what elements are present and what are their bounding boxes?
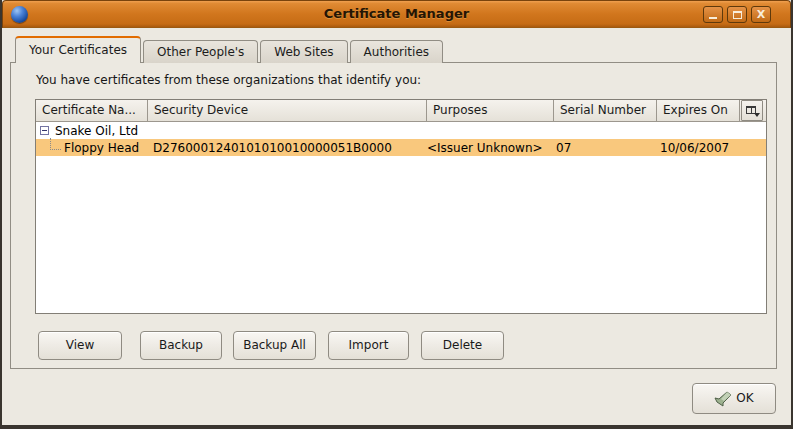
window-title: Certificate Manager (3, 6, 790, 21)
cell-purposes: <Issuer Unknown> (427, 141, 554, 155)
cell-expires-on: 10/06/2007 (657, 141, 740, 155)
collapse-expander-icon[interactable] (40, 126, 49, 135)
column-header-expires-on[interactable]: Expires On (657, 100, 740, 122)
close-button[interactable]: X (751, 6, 771, 23)
cell-certificate-name: Floppy Head (36, 138, 148, 157)
intro-text: You have certificates from these organiz… (36, 73, 421, 87)
titlebar[interactable]: Certificate Manager X (2, 0, 791, 28)
minimize-button[interactable] (703, 6, 723, 23)
ok-button-label: OK (736, 384, 753, 413)
tab-bar: Your Certificates Other People's Web Sit… (15, 36, 445, 63)
backup-button[interactable]: Backup (140, 331, 222, 360)
ok-check-arrow-icon (714, 391, 732, 407)
column-header-serial-number[interactable]: Serial Number (554, 100, 657, 122)
import-button[interactable]: Import (328, 331, 409, 360)
tree-branch-icon (50, 138, 61, 150)
cell-security-device: D2760001240101010010000051B0000 (148, 141, 427, 155)
group-label: Snake Oil, Ltd (55, 124, 138, 138)
column-picker-button[interactable] (741, 100, 763, 121)
certificates-table[interactable]: Certificate Na... Security Device Purpos… (35, 99, 767, 314)
chevron-down-icon (754, 113, 760, 117)
ok-button[interactable]: OK (692, 383, 776, 414)
delete-button[interactable]: Delete (421, 331, 504, 360)
table-header: Certificate Na... Security Device Purpos… (36, 100, 766, 122)
backup-all-button[interactable]: Backup All (233, 331, 316, 360)
tab-your-certificates[interactable]: Your Certificates (15, 36, 141, 63)
table-row-floppy-head-selected[interactable]: Floppy Head D2760001240101010010000051B0… (36, 139, 766, 156)
table-row-group-snake-oil[interactable]: Snake Oil, Ltd (36, 122, 766, 139)
column-header-security-device[interactable]: Security Device (148, 100, 427, 122)
your-certificates-panel: You have certificates from these organiz… (10, 62, 777, 369)
close-icon: X (752, 8, 770, 21)
certificate-manager-window: Certificate Manager X Your Certificates … (0, 0, 793, 429)
tab-web-sites[interactable]: Web Sites (260, 40, 347, 63)
view-button[interactable]: View (38, 331, 122, 360)
tab-authorities[interactable]: Authorities (350, 40, 443, 63)
maximize-button[interactable] (727, 6, 747, 23)
cell-serial-number: 07 (554, 141, 657, 155)
table-body: Snake Oil, Ltd Floppy Head D276000124010… (36, 122, 766, 156)
column-header-purposes[interactable]: Purposes (427, 100, 554, 122)
minimize-icon (709, 17, 717, 19)
tab-other-peoples[interactable]: Other People's (143, 40, 258, 63)
column-picker-cell (740, 100, 766, 122)
column-header-certificate-name[interactable]: Certificate Na... (36, 100, 148, 122)
maximize-icon (733, 11, 742, 19)
